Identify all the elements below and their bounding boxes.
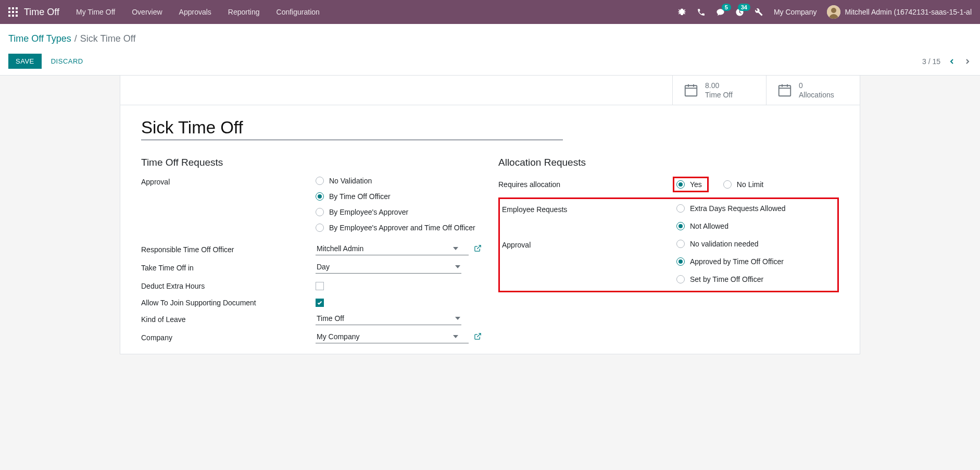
svg-rect-21 xyxy=(779,85,791,96)
radio-circle xyxy=(676,204,685,213)
radio-circle xyxy=(316,192,324,201)
radio-label: No validation needed xyxy=(690,240,759,248)
heading-timeoff-requests: Time Off Requests xyxy=(141,157,482,168)
responsible-input[interactable]: Mitchell Admin xyxy=(316,242,469,255)
title-underline xyxy=(141,140,563,140)
nav-company[interactable]: My Company xyxy=(774,8,816,16)
form-groups: Time Off Requests Approval No Validation xyxy=(141,157,839,343)
group-timeoff-requests: Time Off Requests Approval No Validation xyxy=(141,157,482,343)
nav-user[interactable]: Mitchell Admin (16742131-saas-15-1-al xyxy=(827,5,972,19)
label-support: Allow To Join Supporting Document xyxy=(141,295,316,307)
nav-menu: My Time Off Overview Approvals Reporting… xyxy=(76,8,677,16)
label-kind: Kind of Leave xyxy=(141,312,316,324)
label-unit: Take Time Off in xyxy=(141,261,316,272)
external-link-icon[interactable] xyxy=(474,244,482,254)
radio-label: Extra Days Requests Allowed xyxy=(690,204,786,213)
label-approval: Approval xyxy=(141,177,316,186)
nav-right: 5 34 My Company Mitchell Admin (16742131… xyxy=(677,5,972,19)
radio-yes[interactable]: Yes xyxy=(676,180,702,189)
nav-configuration[interactable]: Configuration xyxy=(277,8,320,16)
radio-no-validation-needed[interactable]: No validation needed xyxy=(676,240,830,248)
nav-approvals[interactable]: Approvals xyxy=(179,8,211,16)
radio-approved-by-officer[interactable]: Approved by Time Off Officer xyxy=(676,257,830,266)
messages-badge: 5 xyxy=(722,4,731,11)
stat-alloc-label: Allocations xyxy=(799,90,834,100)
pager-text[interactable]: 3 / 15 xyxy=(922,57,940,66)
activities-icon[interactable]: 34 xyxy=(735,8,744,17)
discard-button[interactable]: Discard xyxy=(44,54,91,69)
label-company: Company xyxy=(141,330,316,342)
form-title[interactable]: Sick Time Off xyxy=(141,118,563,138)
pager: 3 / 15 xyxy=(922,57,972,66)
svg-rect-1 xyxy=(12,7,14,9)
debug-icon[interactable] xyxy=(677,8,686,17)
radio-circle xyxy=(316,177,324,185)
radio-circle xyxy=(316,208,324,216)
unit-select[interactable]: Day xyxy=(316,261,461,274)
label-requires-allocation: Requires allocation xyxy=(498,180,673,189)
breadcrumb-parent[interactable]: Time Off Types xyxy=(8,33,71,44)
radio-by-officer[interactable]: By Time Off Officer xyxy=(316,192,482,201)
caret-down-icon xyxy=(453,332,458,341)
svg-rect-5 xyxy=(16,11,18,13)
control-panel: Time Off Types / Sick Time Off Save Disc… xyxy=(0,24,980,76)
stat-timeoff-value: 8.00 xyxy=(705,81,733,90)
external-link-icon[interactable] xyxy=(474,332,482,342)
radio-circle xyxy=(676,240,685,248)
save-button[interactable]: Save xyxy=(8,54,42,69)
radio-by-approver[interactable]: By Employee's Approver xyxy=(316,208,482,216)
stat-allocations[interactable]: 0 Allocations xyxy=(766,76,860,105)
radio-alloc-approval: No validation needed Approved by Time Of… xyxy=(676,240,830,283)
messages-icon[interactable]: 5 xyxy=(716,8,725,17)
calendar-icon xyxy=(683,82,699,98)
kind-select[interactable]: Time Off xyxy=(316,312,461,325)
radio-approval: No Validation By Time Off Officer By Emp… xyxy=(316,177,482,232)
radio-by-both[interactable]: By Employee's Approver and Time Off Offi… xyxy=(316,224,482,232)
company-value: My Company xyxy=(317,332,359,341)
radio-label: Approved by Time Off Officer xyxy=(690,257,784,266)
radio-set-by-officer[interactable]: Set by Time Off Officer xyxy=(676,275,830,283)
caret-down-icon xyxy=(455,314,460,323)
caret-down-icon xyxy=(453,244,458,253)
support-checkbox[interactable] xyxy=(316,299,324,307)
svg-rect-0 xyxy=(8,7,10,9)
radio-label: By Employee's Approver xyxy=(329,208,408,216)
nav-reporting[interactable]: Reporting xyxy=(228,8,260,16)
radio-label: By Time Off Officer xyxy=(329,192,391,201)
pager-prev-icon[interactable] xyxy=(948,57,956,66)
radio-no-limit[interactable]: No Limit xyxy=(723,177,763,192)
radio-extra-allowed[interactable]: Extra Days Requests Allowed xyxy=(676,204,830,213)
breadcrumb-current: Sick Time Off xyxy=(80,33,136,44)
svg-rect-7 xyxy=(12,15,14,17)
app-brand[interactable]: Time Off xyxy=(24,7,59,18)
stat-timeoff[interactable]: 8.00 Time Off xyxy=(672,76,766,105)
cp-buttons: Save Discard xyxy=(8,54,91,69)
label-responsible: Responsible Time Off Officer xyxy=(141,242,316,254)
avatar xyxy=(827,5,840,19)
radio-requires-allocation: Yes No Limit xyxy=(673,177,839,192)
label-employee-requests: Employee Requests xyxy=(502,204,676,214)
kind-value: Time Off xyxy=(317,314,344,323)
svg-rect-3 xyxy=(8,11,10,13)
radio-not-allowed[interactable]: Not Allowed xyxy=(676,222,830,230)
radio-employee-requests: Extra Days Requests Allowed Not Allowed xyxy=(676,204,830,230)
nav-overview[interactable]: Overview xyxy=(132,8,162,16)
apps-menu-icon[interactable] xyxy=(8,7,18,17)
heading-allocation-requests: Allocation Requests xyxy=(498,157,839,168)
stat-timeoff-label: Time Off xyxy=(705,90,733,100)
radio-no-validation[interactable]: No Validation xyxy=(316,177,482,185)
cp-bottom: Save Discard 3 / 15 xyxy=(8,54,972,69)
pager-next-icon[interactable] xyxy=(963,57,972,66)
tools-icon[interactable] xyxy=(755,8,763,17)
group-allocation-requests: Allocation Requests Requires allocation … xyxy=(498,157,839,343)
radio-label: Set by Time Off Officer xyxy=(690,275,763,283)
deduct-checkbox[interactable] xyxy=(316,282,324,290)
phone-icon[interactable] xyxy=(697,8,706,17)
company-input[interactable]: My Company xyxy=(316,330,469,343)
radio-label: Not Allowed xyxy=(690,222,728,230)
caret-down-icon xyxy=(455,263,460,271)
nav-my-time-off[interactable]: My Time Off xyxy=(76,8,115,16)
highlight-yes: Yes xyxy=(673,177,709,192)
stat-bar: 8.00 Time Off 0 Allocations xyxy=(120,76,860,105)
svg-rect-6 xyxy=(8,15,10,17)
